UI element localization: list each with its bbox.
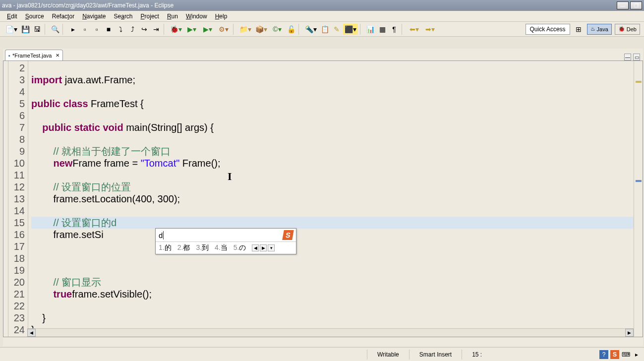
maximize-view-button[interactable]: ▭: [633, 54, 640, 60]
perspective-debug[interactable]: 🐞Deb: [615, 24, 640, 35]
ime-prev-button[interactable]: ◀: [252, 244, 259, 251]
sogou-ime-icon: S: [282, 230, 294, 240]
menu-bar: Edit Source Refactor Navigate Search Pro…: [0, 11, 644, 22]
debug-icon: 🐞: [618, 26, 625, 32]
menu-navigate[interactable]: Navigate: [78, 12, 110, 21]
resume-button[interactable]: ▫: [79, 24, 90, 35]
editor-tab-frametest[interactable]: ▪ *FrameTest.java ✕: [5, 50, 63, 60]
ime-candidate[interactable]: 1.的: [159, 243, 172, 252]
toolbar-separator: [233, 24, 236, 35]
new-package-button[interactable]: 📦▾: [254, 24, 269, 35]
ime-candidate[interactable]: 5.の: [234, 243, 246, 252]
status-cursor-position: 15 :: [462, 350, 492, 360]
menu-source[interactable]: Source: [21, 12, 48, 21]
systray: ? S ⌨ ▸: [599, 350, 644, 359]
status-writable: Writable: [367, 350, 409, 360]
systray-sogou-icon[interactable]: S: [610, 350, 619, 359]
line-number-gutter[interactable]: 234⊖56●789101112131415161718192021222324: [8, 61, 28, 337]
editor-body: 234⊖56●789101112131415161718192021222324…: [3, 60, 643, 337]
menu-edit[interactable]: Edit: [3, 12, 21, 21]
code-editor[interactable]: import java.awt.Frame; public class Fram…: [28, 61, 634, 337]
folding-ruler[interactable]: [3, 61, 8, 337]
scroll-right-button[interactable]: ▶: [625, 329, 634, 337]
debug-button[interactable]: 🐞▾: [169, 24, 183, 35]
save-all-button[interactable]: 🖫: [32, 24, 43, 35]
print-button[interactable]: 🔍: [50, 24, 60, 35]
annotation-button[interactable]: ✎: [331, 24, 342, 35]
toggle-block-button[interactable]: ▦: [377, 24, 388, 35]
status-insert-mode: Smart Insert: [409, 350, 462, 360]
toolbar-separator: [45, 24, 48, 35]
status-bar: Writable Smart Insert 15 : ? S ⌨ ▸: [0, 347, 644, 361]
ime-candidate[interactable]: 3.到: [196, 243, 209, 252]
external-tools-button[interactable]: ⚙▾: [216, 24, 231, 35]
open-type-button[interactable]: 🔓: [286, 24, 296, 35]
toolbar-separator: [360, 24, 363, 35]
menu-help[interactable]: Help: [211, 12, 232, 21]
horizontal-scrollbar[interactable]: ◀ ▶: [27, 328, 634, 337]
ime-candidate[interactable]: 2.都: [177, 243, 190, 252]
menu-window[interactable]: Window: [182, 12, 211, 21]
step-return-button[interactable]: ⇥: [151, 24, 162, 35]
save-button[interactable]: 💾: [20, 24, 31, 35]
highlight-button[interactable]: ⬛▾: [343, 24, 358, 35]
toolbar-separator: [164, 24, 167, 35]
menu-project[interactable]: Project: [137, 12, 163, 21]
disconnect-button[interactable]: ⤵: [115, 24, 126, 35]
minimize-button[interactable]: ―: [617, 1, 629, 9]
new-java-project-button[interactable]: 📁▾: [238, 24, 253, 35]
terminate-button[interactable]: ■: [103, 24, 114, 35]
ime-menu-button[interactable]: ▾: [268, 244, 275, 251]
toolbar-separator: [62, 24, 65, 35]
toggle-breadcrumb-button[interactable]: 📊: [365, 24, 376, 35]
toolbar-separator: [402, 24, 405, 35]
step-over-button[interactable]: ↪: [139, 24, 150, 35]
tab-label: *FrameTest.java: [12, 53, 52, 59]
text-cursor-icon: I: [228, 170, 232, 183]
scroll-left-button[interactable]: ◀: [27, 329, 36, 337]
open-perspective-button[interactable]: ⊞: [573, 24, 584, 35]
back-button[interactable]: ⬅▾: [407, 24, 421, 35]
close-tab-icon[interactable]: ✕: [56, 53, 59, 58]
new-class-button[interactable]: ©▾: [270, 24, 285, 35]
search-button[interactable]: 🔦▾: [303, 24, 318, 35]
ime-input-text: d: [159, 231, 164, 240]
show-whitespace-button[interactable]: ¶: [389, 24, 400, 35]
step-into-button[interactable]: ⤴: [127, 24, 138, 35]
suspend-button[interactable]: ▫: [91, 24, 102, 35]
quick-access-field[interactable]: Quick Access: [526, 24, 570, 35]
main-toolbar: 📄▾ 💾 🖫 🔍 ▸ ▫ ▫ ■ ⤵ ⤴ ↪ ⇥ 🐞▾ ▶▾ ▶▾ ⚙▾ 📁▾ …: [0, 22, 644, 37]
window-titlebar: ava - java0821/src/com/zrgj/day023/awt/F…: [0, 0, 644, 11]
menu-refactor[interactable]: Refactor: [48, 12, 78, 21]
forward-button[interactable]: ➡▾: [422, 24, 437, 35]
maximize-button[interactable]: ❐: [630, 1, 642, 9]
ime-candidate[interactable]: 4.当: [215, 243, 228, 252]
menu-search[interactable]: Search: [110, 12, 137, 21]
perspective-java[interactable]: ♨Java: [587, 24, 612, 35]
run-last-button[interactable]: ▶▾: [200, 24, 215, 35]
run-button[interactable]: ▶▾: [184, 24, 199, 35]
java-icon: ♨: [590, 26, 595, 32]
toggle-mark-button[interactable]: 📋: [319, 24, 330, 35]
window-title: ava - java0821/src/com/zrgj/day023/awt/F…: [2, 2, 174, 9]
editor-tab-row: ▪ *FrameTest.java ✕ ― ▭: [3, 49, 643, 60]
toolbar-separator: [298, 24, 301, 35]
minimize-view-button[interactable]: ―: [624, 54, 631, 60]
new-wizard-button[interactable]: 📄▾: [4, 24, 19, 35]
ime-next-button[interactable]: ▶: [260, 244, 267, 251]
skip-breakpoints-button[interactable]: ▸: [67, 24, 78, 35]
java-file-icon: ▪: [8, 53, 10, 59]
editor-area: ▪ *FrameTest.java ✕ ― ▭ 234⊖56●789101112…: [3, 49, 643, 346]
ime-candidate-window[interactable]: d S 1.的2.都3.到4.当5.の◀▶▾: [155, 228, 296, 254]
menu-run[interactable]: Run: [163, 12, 182, 21]
systray-expand-icon[interactable]: ▸: [632, 350, 641, 359]
systray-icon[interactable]: ?: [599, 350, 608, 359]
overview-ruler[interactable]: [634, 61, 643, 337]
systray-keyboard-icon[interactable]: ⌨: [621, 350, 630, 359]
